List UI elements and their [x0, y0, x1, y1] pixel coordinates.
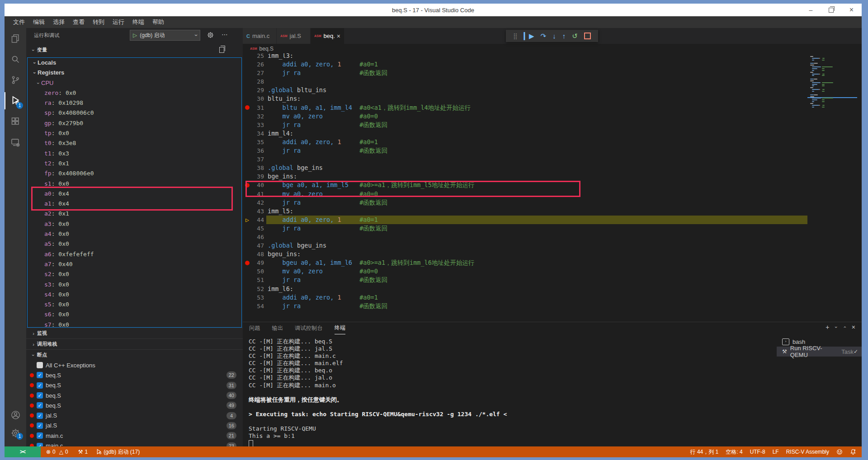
indentation[interactable]: 空格: 4: [726, 448, 742, 456]
panel-tab-1[interactable]: 输出: [272, 323, 283, 334]
new-terminal-icon[interactable]: +: [826, 324, 829, 331]
editor-tab-main.c[interactable]: Cmain.c: [243, 28, 277, 44]
eol-sequence[interactable]: LF: [773, 449, 779, 455]
breakpoint-row[interactable]: ✓main.c21: [26, 431, 243, 441]
minimap[interactable]: [807, 53, 857, 322]
run-and-debug-icon[interactable]: 1: [5, 90, 26, 111]
minimize-icon[interactable]: –: [801, 4, 821, 16]
problems-status[interactable]: ⊗ 0 △ 0: [46, 449, 68, 455]
code-line-48[interactable]: 48bgeu_ins:: [243, 250, 862, 258]
breadcrumb[interactable]: ASM beq.S: [243, 44, 862, 53]
code-line-47[interactable]: 47.global bgeu_ins: [243, 241, 862, 250]
gutter[interactable]: [243, 198, 252, 207]
code-line-29[interactable]: 29.global bltu_ins: [243, 86, 862, 94]
code-line-26[interactable]: 26 addi a0, zero, 1 #a0=1: [243, 60, 862, 69]
menu-item-7[interactable]: 帮助: [148, 18, 168, 26]
variables-tree-node-Registers[interactable]: ›Registers: [28, 68, 241, 78]
panel-tab-3[interactable]: 终端: [335, 322, 346, 334]
breakpoint-row[interactable]: ✓jal.S4: [26, 410, 243, 420]
watch-section-header[interactable]: › 监视: [26, 328, 243, 338]
gutter[interactable]: [243, 60, 252, 69]
panel-tab-2[interactable]: 调试控制台: [295, 323, 323, 334]
gutter[interactable]: [243, 241, 252, 250]
variables-section-header[interactable]: › 变量: [26, 42, 243, 57]
account-icon[interactable]: [5, 406, 26, 424]
code-line-36[interactable]: 36 jr ra #函数返回: [243, 146, 862, 155]
step-out-icon[interactable]: ↑: [562, 30, 566, 42]
explorer-icon[interactable]: [5, 28, 26, 49]
code-line-54[interactable]: 54 jr ra #函数返回: [243, 302, 862, 310]
code-line-44[interactable]: ▷44 addi a0, zero, 1 #a0=1: [243, 216, 862, 224]
restore-icon[interactable]: [821, 4, 841, 16]
copy-value-icon[interactable]: [219, 47, 224, 53]
breakpoint-icon[interactable]: [245, 105, 250, 110]
gutter[interactable]: [243, 94, 252, 103]
menu-item-5[interactable]: 运行: [108, 18, 128, 26]
register-row-s7[interactable]: s7: 0x0: [28, 320, 241, 328]
register-row-sp[interactable]: sp: 0x408006c0: [28, 108, 241, 118]
code-line-34[interactable]: 34imm_l4:: [243, 129, 862, 138]
breakpoint-row[interactable]: ✓beq.S22: [26, 370, 243, 380]
callstack-section-header[interactable]: › 调用堆栈: [26, 338, 243, 349]
gutter[interactable]: ▷: [243, 216, 252, 224]
checkbox-checked[interactable]: ✓: [37, 382, 43, 389]
code-line-37[interactable]: 37: [243, 155, 862, 164]
step-into-icon[interactable]: ↓: [552, 30, 556, 42]
code-line-38[interactable]: 38.global bge_ins: [243, 164, 862, 172]
register-row-t2[interactable]: t2: 0x1: [28, 159, 241, 169]
code-line-31[interactable]: 31 bltu a0, a1, imm_l4 #a0<a1，跳转到imm_l4地…: [243, 103, 862, 112]
code-line-41[interactable]: 41 mv a0, zero #a0=0: [243, 190, 862, 198]
encoding[interactable]: UTF-8: [750, 449, 765, 455]
code-line-27[interactable]: 27 jr ra #函数返回: [243, 69, 862, 77]
code-line-52[interactable]: 52imm_l6:: [243, 285, 862, 293]
register-row-s3[interactable]: s3: 0x0: [28, 280, 241, 290]
continue-icon[interactable]: ▎▶: [524, 30, 534, 42]
register-row-zero[interactable]: zero: 0x0: [28, 88, 241, 98]
gutter[interactable]: [243, 285, 252, 293]
breakpoint-row[interactable]: ✓jal.S16: [26, 421, 243, 431]
menu-item-4[interactable]: 转到: [89, 18, 108, 26]
settings-gear-icon[interactable]: 1: [5, 424, 26, 442]
checkbox-checked[interactable]: ✓: [37, 443, 43, 446]
gutter[interactable]: [243, 207, 252, 216]
gutter[interactable]: [243, 181, 252, 189]
cursor-position[interactable]: 行 44，列 1: [690, 448, 719, 456]
stop-icon[interactable]: [584, 33, 591, 39]
gutter[interactable]: [243, 146, 252, 155]
maximize-panel-icon[interactable]: ›: [842, 326, 847, 328]
menu-item-1[interactable]: 编辑: [29, 18, 49, 26]
code-line-39[interactable]: 39bge_ins:: [243, 172, 862, 181]
gutter[interactable]: [243, 190, 252, 198]
gutter[interactable]: [243, 258, 252, 267]
menu-item-0[interactable]: 文件: [9, 18, 29, 26]
terminal-list-item-Run RISCV-QEMU[interactable]: ⚒Run RISCV-QEMUTask✓: [777, 347, 862, 357]
restart-icon[interactable]: ↺: [572, 30, 578, 42]
close-tab-icon[interactable]: ×: [337, 33, 340, 40]
register-row-s5[interactable]: s5: 0x0: [28, 300, 241, 310]
menu-item-6[interactable]: 终端: [128, 18, 148, 26]
register-row-tp[interactable]: tp: 0x0: [28, 128, 241, 138]
code-line-43[interactable]: 43imm_l5:: [243, 207, 862, 216]
checkbox-checked[interactable]: ✓: [37, 422, 43, 429]
breakpoint-row[interactable]: ✓main.c23: [26, 441, 243, 446]
register-row-s1[interactable]: s1: 0x0: [28, 179, 241, 189]
gutter[interactable]: [243, 53, 252, 60]
terminal-dropdown-icon[interactable]: ›: [834, 326, 839, 328]
breakpoint-row[interactable]: ✓beq.S31: [26, 380, 243, 390]
source-control-icon[interactable]: [5, 70, 26, 90]
debug-settings-gear-icon[interactable]: [207, 32, 214, 38]
gutter[interactable]: [243, 293, 252, 302]
gutter[interactable]: [243, 138, 252, 146]
breakpoint-icon[interactable]: [245, 183, 250, 188]
drag-grip-icon[interactable]: ⣿: [513, 30, 518, 42]
gutter[interactable]: [243, 112, 252, 121]
gutter[interactable]: [243, 103, 252, 112]
debug-session-status[interactable]: (gdb) 启动 (17): [96, 448, 140, 456]
code-line-30[interactable]: 30bltu_ins:: [243, 94, 862, 103]
gutter[interactable]: [243, 302, 252, 310]
register-row-a2[interactable]: a2: 0x1: [28, 209, 241, 219]
register-row-fp[interactable]: fp: 0x408006e0: [28, 169, 241, 178]
notifications-bell-icon[interactable]: [850, 449, 856, 455]
code-line-33[interactable]: 33 jr ra #函数返回: [243, 121, 862, 129]
gutter[interactable]: [243, 86, 252, 94]
